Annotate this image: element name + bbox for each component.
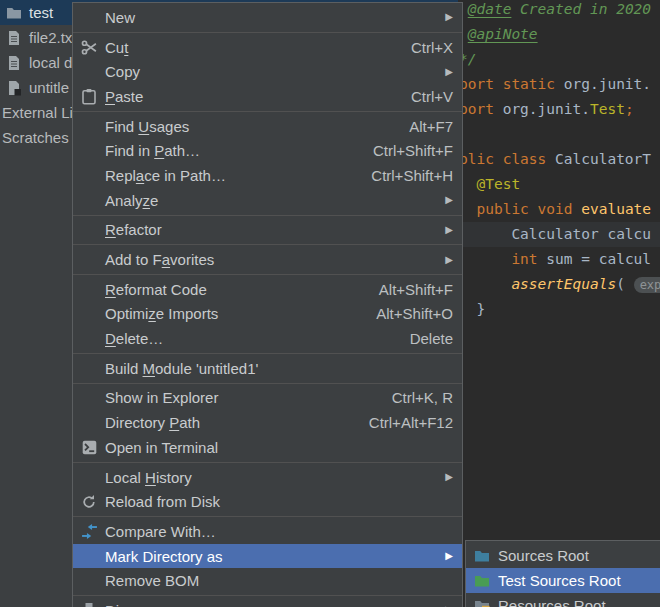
editor[interactable]: @date Created in 2020 @apiNote*/port sta… bbox=[458, 0, 660, 607]
menu-item-remove-bom[interactable]: Remove BOM bbox=[73, 568, 462, 593]
menu-item-find-usages[interactable]: Find UsagesAlt+F7 bbox=[73, 114, 462, 139]
menu-item-label-part: elete… bbox=[116, 330, 164, 347]
menu-item-paste[interactable]: PasteCtrl+V bbox=[73, 84, 462, 109]
code-line[interactable]: public void evaluate bbox=[459, 197, 660, 222]
code-line[interactable]: @apiNote bbox=[459, 22, 660, 47]
menu-separator bbox=[73, 111, 462, 112]
menu-item-show-in-explorer[interactable]: Show in ExplorerCtrl+K, R bbox=[73, 386, 462, 411]
menu-item-cut[interactable]: CutCtrl+X bbox=[73, 35, 462, 60]
menu-item-shortcut: Delete bbox=[410, 330, 453, 347]
code-token: @apiNote bbox=[468, 26, 538, 42]
menu-item-label: Show in Explorer bbox=[105, 389, 218, 406]
menu-separator bbox=[73, 462, 462, 463]
code-line[interactable]: port static org.junit. bbox=[459, 72, 660, 97]
code-token bbox=[459, 251, 511, 267]
menu-item-shortcut: Alt+Shift+O bbox=[376, 305, 453, 322]
menu-item-label-part: Analy bbox=[105, 192, 143, 209]
menu-item-label-part: Add to F bbox=[105, 251, 162, 268]
code-token: ( bbox=[616, 276, 633, 292]
menu-item-label: Paste bbox=[105, 88, 143, 105]
menu-item-reformat-code[interactable]: Reformat CodeAlt+Shift+F bbox=[73, 277, 462, 302]
code-line[interactable]: port org.junit.Test; bbox=[459, 97, 660, 122]
menu-item-label-part: e Imports bbox=[156, 305, 219, 322]
code-token: int bbox=[511, 251, 546, 267]
menu-item-label: Reload from Disk bbox=[105, 493, 220, 510]
code-token: public void bbox=[476, 201, 581, 217]
menu-item-copy[interactable]: Copy▶ bbox=[73, 59, 462, 84]
code-token: blic class bbox=[459, 151, 555, 167]
menu-item-refactor[interactable]: Refactor▶ bbox=[73, 218, 462, 243]
menu-item-label-part: sages bbox=[149, 118, 189, 135]
menu-item-label-part: Cu bbox=[105, 39, 124, 56]
menu-item-label-part: istory bbox=[156, 469, 192, 486]
code-area: @date Created in 2020 @apiNote*/port sta… bbox=[459, 0, 660, 322]
code-line[interactable] bbox=[459, 122, 660, 147]
submenu-item-resources-root[interactable]: Resources Root bbox=[466, 593, 660, 607]
code-token: Calculator calcu bbox=[459, 226, 651, 242]
submenu-item-label: Resources Root bbox=[498, 597, 606, 607]
menu-separator bbox=[73, 516, 462, 517]
menu-item-label-part: e bbox=[150, 192, 158, 209]
code-line[interactable]: @Test bbox=[459, 172, 660, 197]
menu-item-label-part: Compare With… bbox=[105, 523, 216, 540]
resources-root-folder-icon bbox=[474, 598, 490, 607]
text-file-icon bbox=[6, 55, 22, 71]
code-line[interactable]: assertEquals( exp bbox=[459, 272, 660, 297]
code-line[interactable]: blic class CalculatorT bbox=[459, 147, 660, 172]
code-line[interactable]: Calculator calcu bbox=[459, 222, 660, 247]
menu-item-replace-in-path[interactable]: Replace in Path…Ctrl+Shift+H bbox=[73, 163, 462, 188]
menu-item-label: Mark Directory as bbox=[105, 548, 223, 565]
menu-item-label-part: D bbox=[105, 330, 116, 347]
menu-item-label: Reformat Code bbox=[105, 281, 207, 298]
menu-item-label-part: Local bbox=[105, 469, 145, 486]
menu-item-optimize-imports[interactable]: Optimize ImportsAlt+Shift+O bbox=[73, 302, 462, 327]
terminal-icon bbox=[80, 438, 98, 456]
submenu-item-label: Test Sources Root bbox=[498, 572, 621, 589]
submenu-item-test-sources-root[interactable]: Test Sources Root bbox=[466, 568, 660, 593]
menu-item-reload-from-disk[interactable]: Reload from Disk bbox=[73, 489, 462, 514]
menu-item-label-part: a bbox=[162, 251, 170, 268]
menu-item-label-part: t bbox=[124, 39, 128, 56]
submenu-item-sources-root[interactable]: Sources Root bbox=[466, 543, 660, 568]
menu-item-shortcut: Ctrl+V bbox=[411, 88, 453, 105]
menu-separator bbox=[73, 353, 462, 354]
tree-item-label: Scratches bbox=[2, 129, 69, 146]
submenu-arrow-icon: ▶ bbox=[445, 12, 453, 22]
menu-item-open-in-terminal[interactable]: Open in Terminal bbox=[73, 435, 462, 460]
tree-item-label: External Li bbox=[2, 104, 73, 121]
menu-item-label: Compare With… bbox=[105, 523, 216, 540]
menu-item-delete[interactable]: Delete…Delete bbox=[73, 326, 462, 351]
menu-item-compare-with[interactable]: Compare With… bbox=[73, 519, 462, 544]
menu-item-build-module[interactable]: Build Module 'untitled1' bbox=[73, 356, 462, 381]
tree-item-label: file2.tx bbox=[29, 29, 72, 46]
submenu-arrow-icon: ▶ bbox=[445, 472, 453, 482]
menu-item-add-to-favorites[interactable]: Add to Favorites▶ bbox=[73, 247, 462, 272]
menu-item-local-history[interactable]: Local History▶ bbox=[73, 465, 462, 490]
code-token: assertEquals bbox=[511, 276, 616, 292]
menu-item-label: New bbox=[105, 9, 135, 26]
menu-item-label-part: Show in Explorer bbox=[105, 389, 218, 406]
code-line[interactable]: } bbox=[459, 297, 660, 322]
compare-icon bbox=[80, 522, 98, 540]
menu-item-label: Diagrams bbox=[105, 602, 169, 607]
menu-item-label-part: Build bbox=[105, 360, 143, 377]
menu-item-label-part: U bbox=[138, 118, 149, 135]
menu-item-analyze[interactable]: Analyze▶ bbox=[73, 188, 462, 213]
menu-item-label-part: Directory bbox=[105, 414, 169, 431]
menu-item-label-part: Find bbox=[105, 118, 138, 135]
code-line[interactable]: */ bbox=[459, 47, 660, 72]
menu-item-diagrams[interactable]: Diagrams▶ bbox=[73, 598, 462, 607]
code-line[interactable]: int sum = calcul bbox=[459, 247, 660, 272]
menu-item-shortcut: Alt+Shift+F bbox=[379, 281, 453, 298]
menu-item-find-in-path[interactable]: Find in Path…Ctrl+Shift+F bbox=[73, 138, 462, 163]
menu-separator bbox=[73, 215, 462, 216]
menu-item-label-part: ath… bbox=[164, 142, 200, 159]
menu-item-mark-directory-as[interactable]: Mark Directory as▶ bbox=[73, 544, 462, 569]
code-line[interactable]: @date Created in 2020 bbox=[459, 0, 660, 22]
menu-item-label-part: Remove BOM bbox=[105, 572, 199, 589]
clipboard-icon bbox=[80, 87, 98, 105]
menu-item-new[interactable]: New▶ bbox=[73, 5, 462, 30]
menu-item-shortcut: Ctrl+Alt+F12 bbox=[369, 414, 453, 431]
menu-item-directory-path[interactable]: Directory PathCtrl+Alt+F12 bbox=[73, 410, 462, 435]
menu-item-shortcut: Alt+F7 bbox=[409, 118, 453, 135]
